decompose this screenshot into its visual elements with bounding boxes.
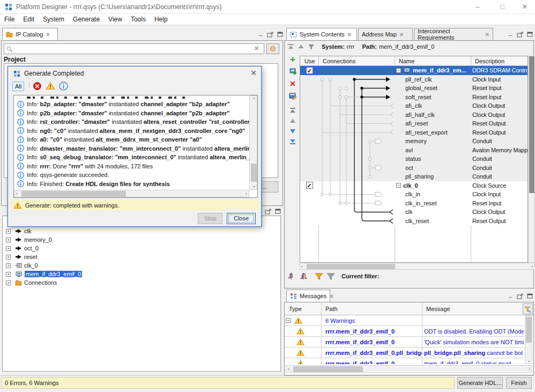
warning-filter-icon[interactable] xyxy=(46,82,55,90)
connections-graph[interactable] xyxy=(318,66,395,225)
scroll-down-icon[interactable]: ⌄ xyxy=(252,183,256,188)
menu-generate[interactable]: Generate xyxy=(69,16,104,23)
log-line[interactable]: Info: rst_controller: "dmaster" instanti… xyxy=(14,117,257,127)
scroll-right-icon[interactable]: › xyxy=(529,366,530,372)
tab-close-icon[interactable]: ✕ xyxy=(399,32,404,38)
menu-file[interactable]: File xyxy=(0,16,19,23)
scroll-right-icon[interactable]: › xyxy=(531,264,533,269)
expand-icon[interactable]: + xyxy=(6,280,11,285)
filter-tool-icon[interactable] xyxy=(307,43,315,50)
panel-detach-icon[interactable] xyxy=(516,31,524,38)
column-header-path[interactable]: Path xyxy=(321,302,338,315)
log-line[interactable]: Info: rrrr: Done "rrrr" with 24 modules,… xyxy=(14,162,257,171)
search-clear-icon[interactable]: ✕ xyxy=(254,45,259,52)
tab-ip-catalog[interactable]: IP Catalog ✕ xyxy=(2,28,58,40)
column-header-description[interactable]: Description xyxy=(471,56,504,66)
error-filter-icon[interactable] xyxy=(33,82,42,91)
frequency-icon[interactable]: f xyxy=(299,272,308,280)
scrollbar-thumb[interactable] xyxy=(307,264,395,269)
log-vertical-scrollbar[interactable]: ⌃ ⌄ xyxy=(249,95,257,190)
close-button[interactable]: ✕ xyxy=(517,2,533,12)
use-checkbox[interactable]: ✓ xyxy=(306,67,313,74)
scroll-left-icon[interactable]: ‹ xyxy=(16,191,18,196)
scrollbar-thumb[interactable] xyxy=(251,164,257,182)
tab-messages[interactable]: Messages ✕ xyxy=(286,290,330,302)
panel-minimize-icon[interactable]: – xyxy=(256,31,265,39)
log-line[interactable]: Info: a0: "c0" instantiated alt_mem_ddrx… xyxy=(14,135,257,144)
messages-vertical-scrollbar[interactable]: ⌄ xyxy=(525,315,532,364)
tree-item-Connections[interactable]: +Connections xyxy=(3,278,280,287)
expand-icon[interactable]: + xyxy=(6,255,11,260)
move-to-top-button[interactable] xyxy=(289,107,296,114)
panel-minimize-icon[interactable]: – xyxy=(506,31,515,39)
log-line[interactable]: Info: qsys-generate succeeded. xyxy=(14,171,257,180)
tab-close-icon[interactable]: ✕ xyxy=(347,32,352,38)
panel-detach-icon[interactable] xyxy=(264,208,272,215)
expand-icon[interactable]: + xyxy=(6,229,11,234)
log-line[interactable]: Info: b2p_adapter: "dmaster" instantiate… xyxy=(14,100,257,109)
column-header-connections[interactable]: Connections xyxy=(318,56,355,66)
panel-minimize-icon[interactable]: – xyxy=(506,293,515,300)
filter-disabled-icon[interactable] xyxy=(326,273,335,280)
scrollbar-thumb[interactable] xyxy=(526,317,532,343)
tree-item-reset[interactable]: +reset xyxy=(3,253,280,261)
edit-component-button[interactable] xyxy=(289,92,297,100)
duplicate-component-button[interactable] xyxy=(289,68,297,75)
tab-close-icon[interactable]: ✕ xyxy=(485,32,489,38)
panel-maximize-icon[interactable] xyxy=(276,31,284,38)
message-row[interactable]: rrrr.mem_if_ddr3_emif_0'Quick' simulatio… xyxy=(285,337,524,347)
info-filter-icon[interactable] xyxy=(59,82,68,91)
tree-item-mem_if_ddr3_emif_0[interactable]: +mem_if_ddr3_emif_0 xyxy=(3,270,280,278)
expand-icon[interactable]: + xyxy=(6,246,11,251)
scroll-down-icon[interactable]: ⌄ xyxy=(527,358,531,363)
column-header-type[interactable]: Type xyxy=(285,302,302,315)
log-line[interactable]: Info: s0_seq_debug_translator: "mm_inter… xyxy=(14,153,257,162)
panel-maximize-icon[interactable] xyxy=(273,208,282,215)
log-line[interactable]: Info: p2b_adapter: "dmaster" instantiate… xyxy=(14,109,257,118)
remove-component-button[interactable]: ✕ xyxy=(289,79,296,88)
menu-tools[interactable]: Tools xyxy=(127,16,150,23)
log-horizontal-scrollbar[interactable]: ‹ › xyxy=(14,190,249,197)
collapse-expander-icon[interactable]: − xyxy=(396,68,401,73)
search-input[interactable]: ✕ xyxy=(4,43,264,54)
scroll-up-icon[interactable]: ⌃ xyxy=(252,97,256,102)
use-checkbox[interactable]: ✓ xyxy=(306,182,313,189)
table-horizontal-scrollbar[interactable]: ‹ › xyxy=(300,263,534,270)
panel-detach-icon[interactable] xyxy=(266,31,274,38)
scroll-left-icon[interactable]: ‹ xyxy=(301,264,303,269)
menu-edit[interactable]: Edit xyxy=(19,16,39,23)
tree-item-clk_0[interactable]: +clk_0 xyxy=(3,261,280,270)
scroll-left-icon[interactable]: ‹ xyxy=(288,366,289,372)
column-header-name[interactable]: Name xyxy=(395,56,414,66)
column-header-message[interactable]: Message xyxy=(422,302,450,315)
add-component-button[interactable]: + xyxy=(290,56,295,63)
tab-close-icon[interactable]: ✕ xyxy=(329,293,333,299)
menu-help[interactable]: Help xyxy=(150,16,172,23)
tab-system-contents[interactable]: System Contents✕ xyxy=(286,28,357,40)
clock-crossing-icon[interactable] xyxy=(287,272,296,280)
tab-address-map[interactable]: Address Map✕ xyxy=(358,28,413,40)
panel-detach-icon[interactable] xyxy=(516,292,524,300)
finish-button[interactable]: Finish xyxy=(506,377,532,389)
messages-horizontal-scrollbar[interactable]: ‹ › xyxy=(286,365,532,373)
panel-maximize-icon[interactable] xyxy=(525,31,534,38)
generate-hdl-button[interactable]: Generate HDL... xyxy=(457,377,503,389)
move-up-button[interactable] xyxy=(297,43,305,50)
move-to-bottom-button[interactable] xyxy=(289,138,296,145)
log-line[interactable]: Info: ng0: "c0" instantiated altera_mem_… xyxy=(14,127,257,136)
dialog-log[interactable]: Info: b2p_adapter: "dmaster" instantiate… xyxy=(13,95,258,198)
maximize-button[interactable]: □ xyxy=(494,2,510,12)
move-up-arrow-button[interactable] xyxy=(289,118,296,124)
tree-item-oct_0[interactable]: +oct_0 xyxy=(3,244,280,253)
minimize-button[interactable]: – xyxy=(470,2,486,12)
log-line[interactable]: Info: Finished: Create HDL design files … xyxy=(14,180,257,189)
filter-all-button[interactable]: All xyxy=(12,82,24,91)
collapse-expander-icon[interactable]: − xyxy=(286,318,291,323)
scroll-right-icon[interactable]: › xyxy=(246,191,247,196)
scrollbar-thumb[interactable] xyxy=(21,191,126,197)
message-filter-button[interactable] xyxy=(523,304,533,314)
tab-close-icon[interactable]: ✕ xyxy=(46,32,50,38)
move-down-arrow-button[interactable] xyxy=(289,128,296,134)
panel-maximize-icon[interactable] xyxy=(525,292,534,300)
tab-interconnect-requirements[interactable]: Interconnect Requirements✕ xyxy=(414,28,493,40)
